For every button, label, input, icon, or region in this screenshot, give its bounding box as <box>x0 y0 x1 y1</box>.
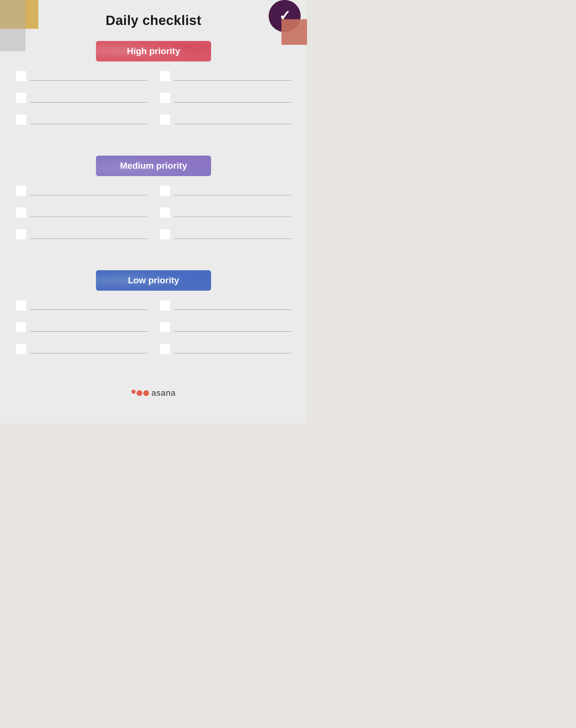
list-item <box>16 344 147 355</box>
checkbox[interactable] <box>160 300 170 311</box>
medium-priority-banner: Medium priority <box>96 156 211 176</box>
list-item <box>160 229 291 241</box>
check-line <box>30 195 147 195</box>
list-item <box>160 208 291 219</box>
checkbox[interactable] <box>16 71 26 81</box>
list-item <box>16 208 147 219</box>
list-item <box>16 229 147 241</box>
check-line <box>30 353 147 353</box>
checkbox[interactable] <box>16 300 26 311</box>
low-priority-section <box>0 300 307 366</box>
checkbox[interactable] <box>16 115 26 125</box>
list-item <box>16 71 147 83</box>
list-item <box>16 115 147 126</box>
deco-coral-rect <box>282 19 307 45</box>
check-line <box>174 353 291 353</box>
check-line <box>174 239 291 239</box>
checkbox[interactable] <box>16 229 26 240</box>
check-line <box>174 331 291 332</box>
checkbox[interactable] <box>160 344 170 354</box>
checkbox[interactable] <box>160 208 170 218</box>
check-line <box>174 102 291 103</box>
check-line <box>30 80 147 81</box>
check-line <box>174 309 291 310</box>
list-item <box>160 186 291 197</box>
check-line <box>30 331 147 332</box>
checkbox[interactable] <box>160 186 170 196</box>
checkbox[interactable] <box>160 115 170 125</box>
checkbox[interactable] <box>160 71 170 81</box>
check-line <box>30 124 147 124</box>
checkbox[interactable] <box>16 322 26 332</box>
list-item <box>16 186 147 197</box>
list-item <box>160 322 291 333</box>
list-item <box>16 93 147 104</box>
list-item <box>16 300 147 312</box>
check-line <box>30 102 147 103</box>
low-priority-grid <box>16 300 291 366</box>
check-line <box>174 217 291 217</box>
list-item <box>160 115 291 126</box>
list-item <box>160 344 291 355</box>
medium-priority-section <box>0 186 307 251</box>
deco-gray-texture <box>0 0 26 51</box>
checkbox[interactable] <box>16 344 26 354</box>
page-title: Daily checklist <box>0 0 307 34</box>
checkbox[interactable] <box>16 208 26 218</box>
asana-dot-left <box>137 390 142 396</box>
check-line <box>174 80 291 81</box>
footer: asana <box>0 378 307 404</box>
check-line <box>174 124 291 124</box>
check-line <box>30 239 147 239</box>
list-item <box>160 93 291 104</box>
check-line <box>30 309 147 310</box>
check-line <box>30 217 147 217</box>
high-priority-banner: High priority <box>96 41 211 61</box>
asana-dots <box>132 389 149 396</box>
check-line <box>174 195 291 195</box>
checkbox[interactable] <box>160 322 170 332</box>
page-wrapper: ✓ Daily checklist High priority <box>0 0 307 424</box>
high-priority-grid <box>16 71 291 136</box>
list-item <box>160 300 291 312</box>
asana-logo: asana <box>132 388 176 398</box>
high-priority-section <box>0 71 307 136</box>
low-priority-banner: Low priority <box>96 270 211 291</box>
checkbox[interactable] <box>16 186 26 196</box>
list-item <box>16 322 147 333</box>
asana-brand-name: asana <box>152 388 176 398</box>
asana-dot-top <box>132 389 136 394</box>
list-item <box>160 71 291 83</box>
medium-priority-grid <box>16 186 291 251</box>
checkbox[interactable] <box>16 93 26 103</box>
checkbox[interactable] <box>160 229 170 240</box>
asana-dot-right <box>143 390 149 396</box>
checkbox[interactable] <box>160 93 170 103</box>
